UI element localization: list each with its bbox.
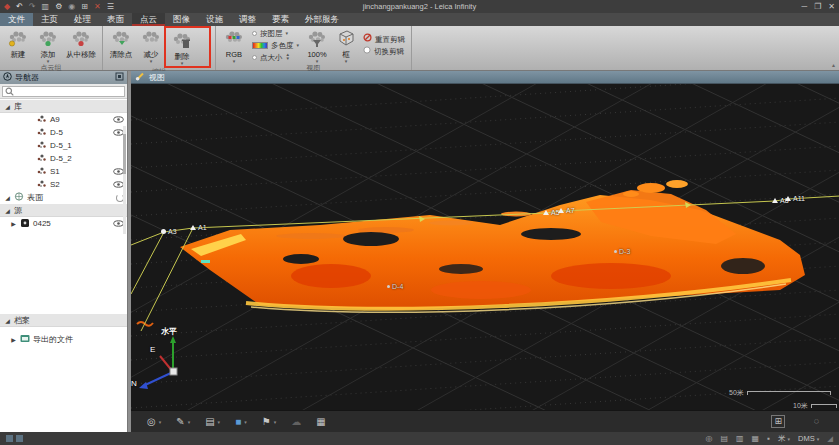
unit-length-selector[interactable]: 米▾ (778, 434, 790, 444)
new-pointcloud-button[interactable]: 新建 (3, 27, 33, 63)
clip-box-tool[interactable]: ■▾ (235, 417, 247, 427)
toggle-clip-option[interactable]: 切换剪辑 (363, 46, 405, 57)
point-marker-icon (614, 250, 617, 253)
expanded-arrow-icon[interactable]: ◢ (4, 194, 11, 201)
status-icon-1[interactable] (6, 435, 13, 442)
ribbon-tab-6[interactable]: 设施 (198, 13, 231, 26)
expand-arrow-icon[interactable]: ◢ (4, 317, 11, 324)
tree-item-7[interactable]: ◢表面 (0, 191, 127, 204)
point-marker-icon (387, 285, 390, 288)
search-input[interactable] (16, 87, 122, 96)
reduce-button[interactable]: 减少▾ (136, 27, 166, 67)
tree-item-2[interactable]: D-5 (0, 126, 127, 139)
survey-point-D-3[interactable]: D-3 (614, 248, 630, 255)
ribbon-tab-8[interactable]: 要素 (264, 13, 297, 26)
tree-item-5[interactable]: S1 (0, 165, 127, 178)
survey-point-D-4[interactable]: D-4 (387, 283, 403, 290)
unit-angle-selector[interactable]: DMS▾ (798, 434, 819, 443)
remove-from-button[interactable]: 从中移除 (63, 27, 99, 63)
expand-arrow-icon[interactable]: ◢ (4, 207, 11, 214)
title-bar: ◆↶↷▥⚙◉⊞✕☰ jinchangpankuang2 - Leica Infi… (0, 0, 839, 13)
tree-item-4[interactable]: D-5_2 (0, 152, 127, 165)
ribbon-tab-7[interactable]: 调整 (231, 13, 264, 26)
delete-icon[interactable]: ▥ (42, 0, 50, 13)
grid-icon[interactable]: ⊞ (81, 0, 88, 13)
stepper-icon[interactable]: ▲▼ (286, 53, 290, 61)
add-view-button[interactable]: ⊞ (771, 415, 785, 428)
tree-item-3[interactable]: D-5_1 (0, 139, 127, 152)
ribbon-tab-9[interactable]: 外部服务 (297, 13, 347, 26)
survey-point-A11[interactable]: A11 (785, 195, 805, 202)
collapsed-arrow-icon[interactable]: ▶ (10, 336, 17, 343)
minimize-button[interactable]: ─ (801, 0, 807, 13)
tree-item-9[interactable]: ▶0425 (0, 217, 127, 230)
view-cube-tool-icon: ▤ (205, 417, 214, 427)
cloud-tool[interactable]: ☁ (291, 417, 301, 427)
orbit-tool[interactable]: ◎▾ (147, 417, 161, 427)
close-red-icon[interactable]: ✕ (94, 0, 101, 13)
reset-clip-option[interactable]: 重置剪辑 (363, 33, 405, 45)
chevron-down-icon: ▾ (188, 420, 191, 424)
tree-item-12[interactable]: ▶导出的文件 (0, 333, 127, 346)
survey-point-A7[interactable]: A7 (558, 207, 575, 214)
tree-scrollbar[interactable] (123, 126, 126, 234)
multicolor-option-label: 多色度 (271, 40, 294, 51)
ribbon-tab-3[interactable]: 表面 (99, 13, 132, 26)
box-button[interactable]: 框▾ (332, 27, 360, 63)
undo-icon[interactable]: ↶ (16, 0, 23, 13)
window-title: jinchangpankuang2 - Leica Infinity (0, 0, 839, 13)
status-panel-icon-3[interactable]: ▦ (752, 434, 760, 443)
tree-section-8[interactable]: ◢源 (0, 204, 127, 217)
collapsed-arrow-icon[interactable]: ▶ (10, 220, 17, 227)
new-pointcloud-button-label: 新建 (11, 50, 26, 59)
tree-section-0[interactable]: ◢库 (0, 100, 127, 113)
by-layer-option[interactable]: 按图层▾ (252, 28, 299, 39)
measure-tool[interactable]: ✎▾ (176, 417, 190, 427)
window-controls: ─❐✕ (801, 0, 835, 13)
point-size-option[interactable]: 点大小▲▼ (252, 52, 299, 63)
ribbon-tab-1[interactable]: 主页 (33, 13, 66, 26)
tree-item-label: 表面 (27, 192, 43, 203)
delete-button[interactable]: 删除▾ (167, 29, 197, 65)
ribbon-tab-5[interactable]: 图像 (165, 13, 198, 26)
view-cube-tool[interactable]: ▤▾ (205, 417, 220, 427)
multicolor-option[interactable]: 多色度▾ (252, 40, 299, 51)
settings-icon[interactable]: ⚙ (55, 0, 62, 13)
status-panel-icon-4[interactable]: ▪ (767, 434, 770, 443)
status-panel-icon-1[interactable]: ▤ (720, 434, 728, 443)
app-logo-icon[interactable]: ◆ (4, 0, 10, 13)
status-panel-icon-2[interactable]: ▥ (736, 434, 744, 443)
grid-tool[interactable]: ▦ (316, 417, 325, 427)
add-pointcloud-button[interactable]: 添加▾ (33, 27, 63, 63)
flag-tool[interactable]: ⚑▾ (262, 417, 276, 427)
survey-point-A3[interactable]: A3 (161, 228, 177, 235)
tree-item-label: A9 (50, 115, 60, 124)
radio-empty-icon (363, 46, 371, 57)
visibility-eye-icon[interactable] (113, 116, 124, 123)
status-panel-icon-0[interactable]: ◎ (706, 434, 713, 443)
survey-point-A1[interactable]: A1 (190, 224, 207, 231)
tree-item-6[interactable]: S2 (0, 178, 127, 191)
density-button[interactable]: 100%▾ (302, 27, 332, 63)
clear-points-button[interactable]: 清除点 (106, 27, 136, 67)
axis-label-east: E (150, 345, 155, 354)
redo-icon[interactable]: ↷ (29, 0, 36, 13)
point-marker-icon (161, 229, 166, 234)
tree-section-11[interactable]: ◢档案 (0, 314, 127, 327)
ribbon-tab-0[interactable]: 文件 (0, 13, 33, 26)
pin-icon[interactable] (115, 72, 124, 83)
list-icon[interactable]: ☰ (107, 0, 114, 13)
status-icon-2[interactable] (16, 435, 23, 442)
expand-arrow-icon[interactable]: ◢ (4, 103, 11, 110)
unit-angle-value: DMS (798, 434, 815, 443)
ribbon-tab-4[interactable]: 点云 (132, 13, 165, 26)
close-button[interactable]: ✕ (828, 0, 835, 13)
sync-view-button[interactable]: ◌ (814, 416, 819, 427)
ribbon-collapse-icon[interactable]: ▴ (832, 61, 835, 68)
restore-button[interactable]: ❐ (814, 0, 821, 13)
3d-canvas[interactable]: A3A1A5A7A8A11D-3D-4 水平 E N 50米 10米 (131, 84, 839, 410)
capture-icon[interactable]: ◉ (68, 0, 75, 13)
tree-item-1[interactable]: A9 (0, 113, 127, 126)
ribbon-tab-2[interactable]: 处理 (66, 13, 99, 26)
rgb-button[interactable]: RGB▾ (219, 27, 249, 63)
